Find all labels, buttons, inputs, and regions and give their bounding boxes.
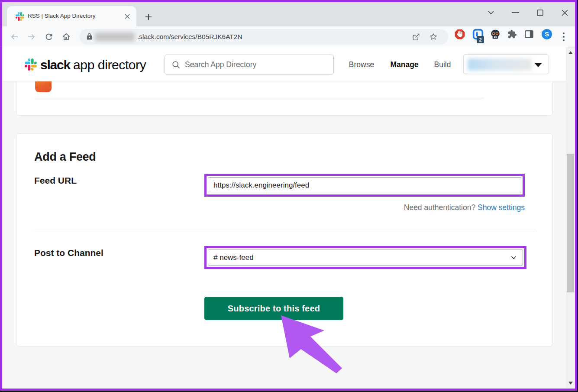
tab-close-icon[interactable] xyxy=(123,12,131,20)
browser-menu-icon[interactable] xyxy=(562,32,566,42)
search-input[interactable] xyxy=(184,55,329,74)
tab-search-chevron-icon[interactable] xyxy=(484,2,498,23)
tab-title: RSS | Slack App Directory xyxy=(28,13,114,19)
extension-badge: 2 xyxy=(477,36,484,43)
adblock-extension-icon[interactable] xyxy=(454,29,465,40)
vertical-scrollbar[interactable] xyxy=(566,47,575,389)
auth-line: Need authentication? Show settings xyxy=(404,203,525,212)
browser-tab[interactable]: RSS | Slack App Directory xyxy=(7,6,136,26)
app-directory-wordmark[interactable]: slackapp directory xyxy=(40,58,146,72)
annotation-cursor-arrow xyxy=(279,311,344,376)
slack-logo-icon xyxy=(25,58,37,71)
lock-icon xyxy=(86,33,93,40)
skull-extension-icon[interactable] xyxy=(490,29,501,40)
scroll-down-icon[interactable] xyxy=(568,382,573,385)
channel-select[interactable]: # news-feed xyxy=(208,249,523,266)
card-divider xyxy=(34,98,484,98)
app-directory-search[interactable] xyxy=(165,55,334,75)
form-divider xyxy=(34,229,536,229)
blurred-workspace-name xyxy=(468,58,532,71)
tab-strip: RSS | Slack App Directory xyxy=(2,2,575,26)
share-icon[interactable] xyxy=(412,32,420,41)
maximize-button[interactable] xyxy=(533,2,547,23)
show-settings-link[interactable]: Show settings xyxy=(478,203,525,212)
address-bar[interactable]: .slack.com/services/B05RJK6AT2N xyxy=(79,29,448,45)
channel-value: # news-feed xyxy=(213,253,254,262)
channel-select-highlight: # news-feed xyxy=(204,246,526,269)
minimize-button[interactable] xyxy=(508,2,523,23)
workspace-switcher[interactable] xyxy=(463,54,549,74)
back-icon[interactable] xyxy=(10,32,19,42)
feed-url-label: Feed URL xyxy=(34,175,77,186)
auth-question: Need authentication? xyxy=(404,203,475,212)
side-panel-icon[interactable] xyxy=(524,29,534,39)
forward-icon[interactable] xyxy=(27,32,36,42)
nav-manage[interactable]: Manage xyxy=(385,59,423,70)
section-title: Add a Feed xyxy=(34,150,96,164)
search-icon xyxy=(171,60,181,69)
extensions-puzzle-icon[interactable] xyxy=(507,29,517,39)
browser-toolbar: .slack.com/services/B05RJK6AT2N 2 xyxy=(2,26,575,47)
site-header: slackapp directory Browse Manage Build xyxy=(2,47,566,81)
feed-url-input[interactable] xyxy=(208,177,521,193)
blurred-workspace-subdomain xyxy=(95,32,135,41)
channel-label: Post to Channel xyxy=(34,248,103,258)
browser-window: RSS | Slack App Directory xyxy=(0,0,577,391)
feed-url-highlight xyxy=(204,174,525,197)
workspace-caret-icon xyxy=(534,63,542,67)
scrollbar-thumb[interactable] xyxy=(567,154,574,292)
slack-favicon-icon xyxy=(16,12,24,21)
new-tab-button[interactable] xyxy=(144,13,153,21)
reload-icon[interactable] xyxy=(44,32,54,42)
svg-text:S: S xyxy=(545,30,549,38)
nav-browse[interactable]: Browse xyxy=(344,59,379,70)
close-window-button[interactable] xyxy=(557,2,572,23)
screenshot-frame: RSS | Slack App Directory xyxy=(0,0,578,392)
chevron-down-icon xyxy=(511,256,517,259)
url-text: .slack.com/services/B05RJK6AT2N xyxy=(137,33,242,41)
home-icon[interactable] xyxy=(61,32,71,42)
bookmark-star-icon[interactable] xyxy=(429,32,438,41)
s-logo-extension-icon[interactable]: S xyxy=(541,29,552,40)
scroll-up-icon[interactable] xyxy=(568,51,573,54)
nav-build[interactable]: Build xyxy=(429,59,456,70)
